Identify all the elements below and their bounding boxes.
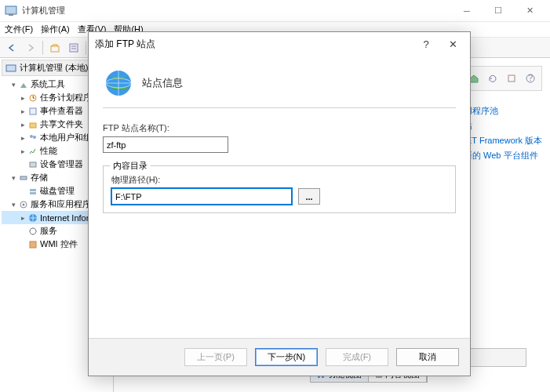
cancel-button[interactable]: 取消 — [396, 348, 459, 366]
svg-rect-15 — [20, 176, 27, 180]
refresh-icon[interactable] — [485, 71, 501, 85]
content-dir-legend: 内容目录 — [110, 160, 151, 172]
svg-rect-0 — [5, 6, 16, 14]
svg-rect-3 — [70, 44, 78, 52]
physical-path-label: 物理路径(H): — [111, 174, 447, 186]
svg-point-13 — [33, 136, 36, 139]
forward-button[interactable] — [22, 40, 39, 56]
dialog-title: 添加 FTP 站点 — [95, 38, 410, 51]
dialog-heading: 站点信息 — [142, 76, 183, 90]
up-button[interactable] — [46, 40, 64, 56]
dialog-help-button[interactable]: ? — [415, 38, 437, 50]
svg-rect-11 — [30, 123, 36, 128]
svg-rect-22 — [30, 241, 36, 248]
toolbar-divider — [42, 41, 43, 55]
svg-rect-14 — [30, 162, 36, 167]
app-icon — [5, 5, 17, 17]
close-button[interactable]: ✕ — [514, 0, 545, 22]
dialog-close-button[interactable]: ✕ — [442, 38, 464, 50]
globe-icon — [103, 67, 134, 99]
next-button[interactable]: 下一步(N) — [255, 348, 318, 366]
properties-button[interactable] — [65, 40, 82, 56]
site-name-input[interactable] — [103, 136, 228, 153]
window-title: 计算机管理 — [22, 5, 451, 16]
menu-action[interactable]: 操作(A) — [41, 24, 70, 35]
separator — [103, 107, 456, 108]
toolbar-divider — [86, 41, 86, 55]
menu-file[interactable]: 文件(F) — [5, 24, 33, 35]
svg-rect-23 — [508, 75, 515, 82]
minimize-button[interactable]: ─ — [451, 0, 483, 22]
maximize-button[interactable]: ☐ — [483, 0, 514, 22]
svg-rect-2 — [51, 46, 59, 52]
svg-rect-8 — [6, 65, 16, 71]
physical-path-input[interactable] — [111, 188, 292, 205]
site-name-label: FTP 站点名称(T): — [103, 122, 456, 134]
finish-button: 完成(F) — [326, 348, 388, 366]
back-button[interactable] — [3, 40, 20, 56]
svg-point-21 — [30, 228, 36, 234]
svg-point-12 — [30, 135, 33, 138]
svg-point-19 — [23, 203, 25, 205]
stop-icon[interactable] — [504, 71, 519, 85]
svg-rect-10 — [30, 108, 36, 114]
add-ftp-site-dialog: 添加 FTP 站点 ? ✕ 站点信息 FTP 站点名称(T): 内容目录 物理路… — [88, 31, 471, 376]
svg-text:?: ? — [528, 73, 533, 82]
svg-rect-1 — [9, 14, 13, 16]
previous-button: 上一页(P) — [184, 348, 247, 366]
svg-rect-16 — [30, 189, 36, 191]
help-icon[interactable]: ? — [523, 71, 538, 85]
svg-rect-17 — [30, 192, 36, 194]
browse-button[interactable]: ... — [298, 188, 320, 205]
